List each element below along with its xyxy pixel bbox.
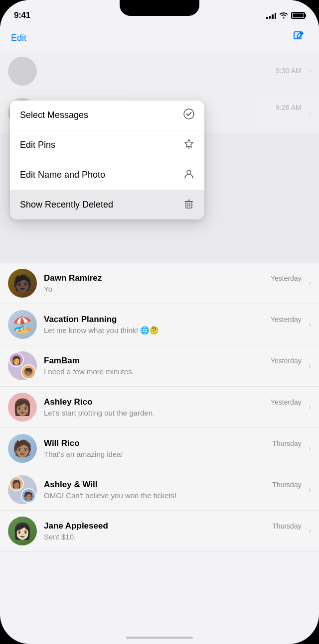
phone-frame: 9:41 Edit bbox=[0, 0, 319, 644]
chevron-icon-ashley-will: › bbox=[309, 485, 311, 494]
main-content: 9:30 AM › 9:26 AM brain food 🧠 › Selec bbox=[0, 51, 319, 552]
chevron-icon-fambam: › bbox=[309, 361, 311, 370]
avatar-ashley-will: 👩🏽 🧑🏽 bbox=[8, 475, 37, 504]
message-time-ashley: Yesterday bbox=[271, 398, 302, 406]
message-time-dawn: Yesterday bbox=[271, 274, 302, 282]
dropdown-label-select-messages: Select Messages bbox=[20, 110, 88, 120]
dropdown-label-edit-name-photo: Edit Name and Photo bbox=[20, 170, 105, 180]
message-preview-will: That's an amazing idea! bbox=[44, 450, 302, 458]
dropdown-label-recently-deleted: Show Recently Deleted bbox=[20, 200, 113, 210]
nav-header: Edit bbox=[0, 25, 319, 51]
contact-name-fambam: FamBam bbox=[44, 356, 80, 366]
message-item-dawn[interactable]: 🧑🏿 Dawn Ramirez Yesterday Yo › bbox=[0, 263, 319, 304]
message-preview-jane: Sent $10. bbox=[44, 533, 302, 541]
message-item-jane[interactable]: 👩🏻 Jane Appleseed Thursday Sent $10. › bbox=[0, 511, 319, 552]
dropdown-item-edit-name-photo[interactable]: Edit Name and Photo bbox=[10, 160, 204, 190]
message-item-fambam[interactable]: 👩 👦🏽 FamBam Yesterday I need a few more … bbox=[0, 345, 319, 387]
contact-name-jane: Jane Appleseed bbox=[44, 521, 108, 531]
contact-name-dawn: Dawn Ramirez bbox=[44, 273, 102, 283]
compose-icon bbox=[293, 30, 306, 45]
contact-name-will: Will Rico bbox=[44, 438, 80, 448]
dropdown-label-edit-pins: Edit Pins bbox=[20, 140, 55, 150]
chevron-icon-ashley: › bbox=[309, 403, 311, 412]
wifi-icon bbox=[279, 11, 288, 20]
message-item-ashley[interactable]: 👩🏽 Ashley Rico Yesterday Let's start plo… bbox=[0, 387, 319, 428]
message-time-jane: Thursday bbox=[272, 522, 301, 530]
dropdown-item-select-messages[interactable]: Select Messages bbox=[10, 101, 204, 130]
message-preview-vacation: Let me know what you think! 🌐🤔 bbox=[44, 326, 302, 335]
checkmark-icon bbox=[183, 108, 194, 122]
contact-name-ashley-will: Ashley & Will bbox=[44, 480, 98, 490]
message-item-will[interactable]: 🧑🏽 Will Rico Thursday That's an amazing … bbox=[0, 428, 319, 469]
avatar-will: 🧑🏽 bbox=[8, 434, 37, 463]
pin-icon bbox=[183, 138, 194, 152]
chevron-icon-vacation: › bbox=[309, 320, 311, 329]
edit-button[interactable]: Edit bbox=[11, 33, 26, 43]
message-preview-dawn: Yo bbox=[44, 285, 302, 293]
message-time-fambam: Yesterday bbox=[271, 357, 302, 365]
home-indicator bbox=[126, 637, 193, 639]
chevron-icon-dawn: › bbox=[309, 279, 311, 288]
svg-point-3 bbox=[187, 170, 191, 174]
contact-name-vacation: Vacation Planning bbox=[44, 315, 117, 324]
compose-button[interactable] bbox=[290, 29, 308, 47]
message-time-ashley-will: Thursday bbox=[272, 481, 301, 489]
status-time: 9:41 bbox=[14, 10, 30, 20]
chevron-icon-jane: › bbox=[309, 527, 311, 536]
dropdown-item-recently-deleted[interactable]: Show Recently Deleted bbox=[10, 190, 204, 219]
notch bbox=[120, 0, 199, 16]
message-time-vacation: Yesterday bbox=[271, 316, 302, 323]
chevron-icon-will: › bbox=[309, 444, 311, 453]
person-icon bbox=[183, 168, 194, 182]
trash-icon bbox=[183, 198, 194, 212]
signal-icon bbox=[266, 12, 276, 19]
svg-rect-4 bbox=[186, 202, 192, 208]
chevron-icon: › bbox=[309, 67, 311, 76]
message-preview-ashley-will: OMG! Can't believe you won the tickets! bbox=[44, 491, 302, 500]
avatar-fambam: 👩 👦🏽 bbox=[8, 351, 37, 380]
message-item-ashley-will[interactable]: 👩🏽 🧑🏽 Ashley & Will Thursday OMG! Can't … bbox=[0, 469, 319, 511]
status-icons bbox=[266, 11, 305, 20]
message-time-will: Thursday bbox=[272, 439, 301, 447]
avatar-partial1 bbox=[8, 57, 37, 86]
contact-name-ashley: Ashley Rico bbox=[44, 397, 92, 407]
dropdown-item-edit-pins[interactable]: Edit Pins bbox=[10, 130, 204, 160]
chevron-icon: › bbox=[309, 108, 311, 117]
svg-point-1 bbox=[184, 109, 194, 119]
avatar-jane: 👩🏻 bbox=[8, 517, 37, 545]
battery-icon bbox=[291, 12, 305, 19]
dropdown-menu: Select Messages Edit Pins bbox=[10, 101, 204, 219]
message-item-vacation[interactable]: 🏖️ Vacation Planning Yesterday Let me kn… bbox=[0, 304, 319, 345]
message-preview-fambam: I need a few more minutes. bbox=[44, 367, 302, 376]
message-item-partial1[interactable]: 9:30 AM › bbox=[0, 51, 319, 92]
message-list: 🧑🏿 Dawn Ramirez Yesterday Yo › 🏖️ bbox=[0, 263, 319, 552]
avatar-ashley: 👩🏽 bbox=[8, 393, 37, 422]
avatar-vacation: 🏖️ bbox=[8, 310, 37, 339]
message-preview-ashley: Let's start plotting out the garden. bbox=[44, 409, 302, 417]
avatar-dawn: 🧑🏿 bbox=[8, 269, 37, 298]
